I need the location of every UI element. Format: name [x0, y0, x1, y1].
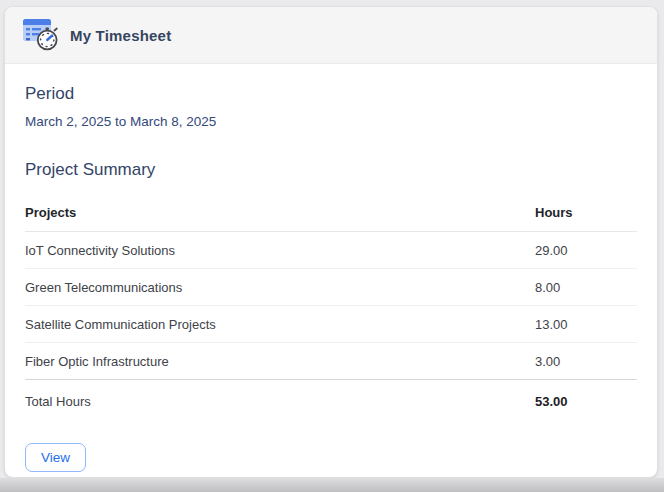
timesheet-card: My Timesheet Period March 2, 2025 to Mar… [4, 6, 658, 478]
card-header: My Timesheet [5, 7, 657, 64]
table-row: IoT Connectivity Solutions 29.00 [25, 232, 637, 269]
period-heading: Period [25, 82, 637, 106]
project-summary-heading: Project Summary [25, 158, 637, 182]
project-cell: IoT Connectivity Solutions [25, 243, 535, 258]
table-row: Green Telecommunications 8.00 [25, 269, 637, 306]
hours-cell: 8.00 [535, 280, 637, 295]
project-summary-table: Projects Hours IoT Connectivity Solution… [25, 193, 637, 422]
project-cell: Green Telecommunications [25, 280, 535, 295]
project-cell: Fiber Optic Infrastructure [25, 354, 535, 369]
hours-cell: 29.00 [535, 243, 637, 258]
page-background-strip [0, 478, 664, 492]
page: My Timesheet Period March 2, 2025 to Mar… [0, 0, 664, 492]
timesheet-clock-icon [21, 16, 61, 54]
table-row: Fiber Optic Infrastructure 3.00 [25, 343, 637, 380]
hours-cell: 3.00 [535, 354, 637, 369]
hours-cell: 13.00 [535, 317, 637, 332]
total-hours-value: 53.00 [535, 394, 637, 409]
total-label: Total Hours [25, 394, 535, 409]
card-title: My Timesheet [70, 27, 171, 44]
card-body: Period March 2, 2025 to March 8, 2025 Pr… [5, 64, 657, 478]
table-row: Satellite Communication Projects 13.00 [25, 306, 637, 343]
actions-row: View [25, 443, 637, 472]
projects-column-header: Projects [25, 205, 535, 220]
view-button[interactable]: View [25, 443, 86, 472]
project-cell: Satellite Communication Projects [25, 317, 535, 332]
hours-column-header: Hours [535, 205, 637, 220]
period-value: March 2, 2025 to March 8, 2025 [25, 113, 637, 131]
table-header-row: Projects Hours [25, 193, 637, 232]
total-row: Total Hours 53.00 [25, 379, 637, 422]
